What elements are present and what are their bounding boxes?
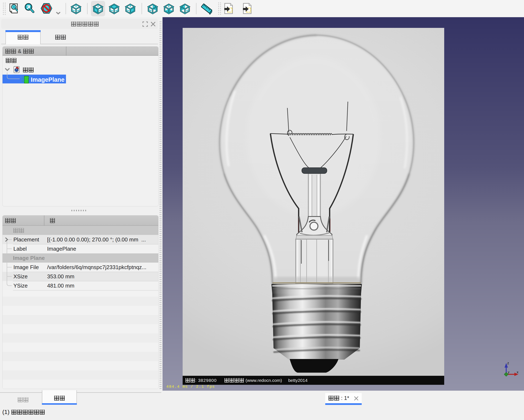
svg-text:z: z [507, 361, 509, 365]
svg-text:y: y [508, 370, 510, 374]
svg-text:ImagePlane: ImagePlane [31, 76, 64, 83]
svg-text:x: x [517, 370, 519, 374]
